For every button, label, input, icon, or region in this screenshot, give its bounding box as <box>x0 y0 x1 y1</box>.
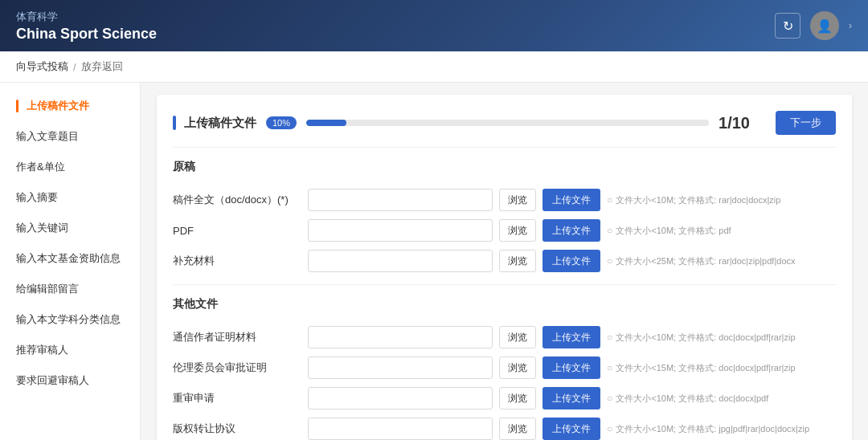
file-row-review-request: 重审申请 浏览 上传文件 ○ 文件大小<10M; 文件格式: doc|docx|… <box>173 387 836 409</box>
sidebar-item-abstract[interactable]: 输入摘要 <box>0 182 140 213</box>
sidebar-label-fund: 输入本文基金资助信息 <box>16 251 121 266</box>
browse-btn-contact-proof[interactable]: 浏览 <box>499 326 536 348</box>
top-next-button[interactable]: 下一步 <box>776 111 836 135</box>
divider <box>173 284 836 285</box>
sidebar-label-avoid: 要求回避审稿人 <box>16 373 89 388</box>
upload-btn-ethics[interactable]: 上传文件 <box>542 356 600 379</box>
file-hint-copyright: ○ 文件大小<10M; 文件格式: jpg|pdf|rar|doc|docx|z… <box>607 423 809 435</box>
avatar[interactable]: 👤 <box>810 11 839 40</box>
file-label-contact-proof: 通信作者证明材料 <box>173 330 301 344</box>
content-card: 上传稿件文件 10% 1/10 下一步 原稿 稿件全文（doc/docx）(*)… <box>157 95 852 440</box>
sidebar-label-upload: 上传稿件文件 <box>27 99 89 113</box>
file-hint-supplement: ○ 文件大小<25M; 文件格式: rar|doc|zip|pdf|docx <box>607 255 796 267</box>
chevron-down-icon[interactable]: › <box>849 20 852 31</box>
file-hint-contact-proof: ○ 文件大小<10M; 文件格式: doc|docx|pdf|rar|zip <box>607 332 796 344</box>
file-label-ethics: 伦理委员会审批证明 <box>173 361 301 375</box>
sidebar: 上传稿件文件 输入文章题目 作者&单位 输入摘要 输入关键词 输入本文基金资助信… <box>0 83 141 440</box>
breadcrumb: 向导式投稿 / 放弃返回 <box>0 51 868 83</box>
browse-btn-review-request[interactable]: 浏览 <box>499 387 536 409</box>
file-hint-pdf: ○ 文件大小<10M; 文件格式: pdf <box>607 225 731 237</box>
sidebar-item-author[interactable]: 作者&单位 <box>0 152 140 182</box>
file-hint-manuscript: ○ 文件大小<10M; 文件格式: rar|doc|docx|zip <box>607 194 780 206</box>
file-row-pdf: PDF 浏览 上传文件 ○ 文件大小<10M; 文件格式: pdf <box>173 219 836 242</box>
file-row-supplement: 补充材料 浏览 上传文件 ○ 文件大小<25M; 文件格式: rar|doc|z… <box>173 250 836 272</box>
header: 体育科学 China Sport Science ↻ 👤 › <box>0 0 868 51</box>
file-label-manuscript: 稿件全文（doc/docx）(*) <box>173 193 301 207</box>
sidebar-item-classify[interactable]: 输入本文学科分类信息 <box>0 304 140 335</box>
sidebar-label-title: 输入文章题目 <box>16 129 79 144</box>
avatar-icon: 👤 <box>817 18 833 34</box>
step-count: 1/10 <box>719 114 766 132</box>
sidebar-item-avoid[interactable]: 要求回避审稿人 <box>0 365 140 396</box>
breadcrumb-home[interactable]: 向导式投稿 <box>16 59 68 74</box>
file-input-contact-proof[interactable] <box>308 326 493 348</box>
upload-btn-review-request[interactable]: 上传文件 <box>542 387 600 409</box>
file-row-manuscript: 稿件全文（doc/docx）(*) 浏览 上传文件 ○ 文件大小<10M; 文件… <box>173 189 836 211</box>
section-indicator <box>173 116 176 130</box>
info-icon-supplement: ○ <box>607 255 612 267</box>
progress-badge: 10% <box>266 116 297 129</box>
original-section: 原稿 稿件全文（doc/docx）(*) 浏览 上传文件 ○ 文件大小<10M;… <box>173 160 836 272</box>
file-label-supplement: 补充材料 <box>173 254 301 268</box>
sidebar-label-reviewer: 推荐审稿人 <box>16 343 68 357</box>
sidebar-label-author: 作者&单位 <box>16 160 65 174</box>
file-input-manuscript[interactable] <box>308 189 493 211</box>
sidebar-item-fund[interactable]: 输入本文基金资助信息 <box>0 243 140 274</box>
progress-row: 上传稿件文件 10% 1/10 下一步 <box>173 111 836 148</box>
header-title-cn: 体育科学 <box>16 10 157 24</box>
file-row-contact-proof: 通信作者证明材料 浏览 上传文件 ○ 文件大小<10M; 文件格式: doc|d… <box>173 326 836 348</box>
sidebar-item-upload[interactable]: 上传稿件文件 <box>0 91 140 121</box>
file-label-copyright: 版权转让协议 <box>173 422 301 436</box>
section-label: 上传稿件文件 <box>184 116 256 131</box>
reload-button[interactable]: ↻ <box>775 13 800 39</box>
file-input-ethics[interactable] <box>308 356 493 379</box>
info-icon-copyright: ○ <box>607 423 612 434</box>
header-branding: 体育科学 China Sport Science <box>16 10 157 43</box>
info-icon-manuscript: ○ <box>607 194 612 206</box>
sidebar-item-reviewer[interactable]: 推荐审稿人 <box>0 335 140 365</box>
sidebar-item-keywords[interactable]: 输入关键词 <box>0 213 140 243</box>
header-title-en: China Sport Science <box>16 26 157 43</box>
sidebar-label-classify: 输入本文学科分类信息 <box>16 312 121 327</box>
main-layout: 上传稿件文件 输入文章题目 作者&单位 输入摘要 输入关键词 输入本文基金资助信… <box>0 83 868 440</box>
info-icon-ethics: ○ <box>607 362 612 373</box>
progress-bar-fill <box>306 120 346 126</box>
sidebar-item-title[interactable]: 输入文章题目 <box>0 121 140 152</box>
browse-btn-supplement[interactable]: 浏览 <box>499 250 536 272</box>
upload-btn-pdf[interactable]: 上传文件 <box>542 219 600 242</box>
sidebar-label-keywords: 输入关键词 <box>16 221 68 235</box>
upload-btn-contact-proof[interactable]: 上传文件 <box>542 326 600 348</box>
file-input-copyright[interactable] <box>308 418 493 440</box>
browse-btn-copyright[interactable]: 浏览 <box>499 418 536 440</box>
section-title-bar: 上传稿件文件 <box>173 116 256 131</box>
upload-btn-manuscript[interactable]: 上传文件 <box>542 189 600 211</box>
browse-btn-pdf[interactable]: 浏览 <box>499 219 536 242</box>
browse-btn-manuscript[interactable]: 浏览 <box>499 189 536 211</box>
file-row-ethics: 伦理委员会审批证明 浏览 上传文件 ○ 文件大小<15M; 文件格式: doc|… <box>173 356 836 379</box>
upload-btn-copyright[interactable]: 上传文件 <box>542 418 600 440</box>
reload-icon: ↻ <box>783 18 793 34</box>
upload-btn-supplement[interactable]: 上传文件 <box>542 250 600 272</box>
file-input-review-request[interactable] <box>308 387 493 409</box>
info-icon-review: ○ <box>607 393 612 404</box>
file-row-copyright: 版权转让协议 浏览 上传文件 ○ 文件大小<10M; 文件格式: jpg|pdf… <box>173 418 836 440</box>
sidebar-label-abstract: 输入摘要 <box>16 190 58 205</box>
file-label-pdf: PDF <box>173 225 301 237</box>
original-section-title: 原稿 <box>173 160 836 179</box>
other-section: 其他文件 通信作者证明材料 浏览 上传文件 ○ 文件大小<10M; 文件格式: … <box>173 297 836 440</box>
info-icon-pdf: ○ <box>607 225 612 236</box>
file-hint-review-request: ○ 文件大小<10M; 文件格式: doc|docx|pdf <box>607 393 768 405</box>
browse-btn-ethics[interactable]: 浏览 <box>499 356 536 379</box>
file-input-supplement[interactable] <box>308 250 493 272</box>
breadcrumb-current[interactable]: 放弃返回 <box>81 59 123 74</box>
file-input-pdf[interactable] <box>308 219 493 242</box>
info-icon-contact: ○ <box>607 332 612 343</box>
progress-bar-container <box>306 120 709 126</box>
content-area: 上传稿件文件 10% 1/10 下一步 原稿 稿件全文（doc/docx）(*)… <box>141 83 868 440</box>
file-label-review-request: 重审申请 <box>173 391 301 405</box>
header-actions: ↻ 👤 › <box>775 11 852 40</box>
sidebar-label-editor: 给编辑部留言 <box>16 282 79 296</box>
breadcrumb-separator: / <box>73 61 76 73</box>
other-section-title: 其他文件 <box>173 297 836 316</box>
sidebar-item-editor[interactable]: 给编辑部留言 <box>0 274 140 304</box>
